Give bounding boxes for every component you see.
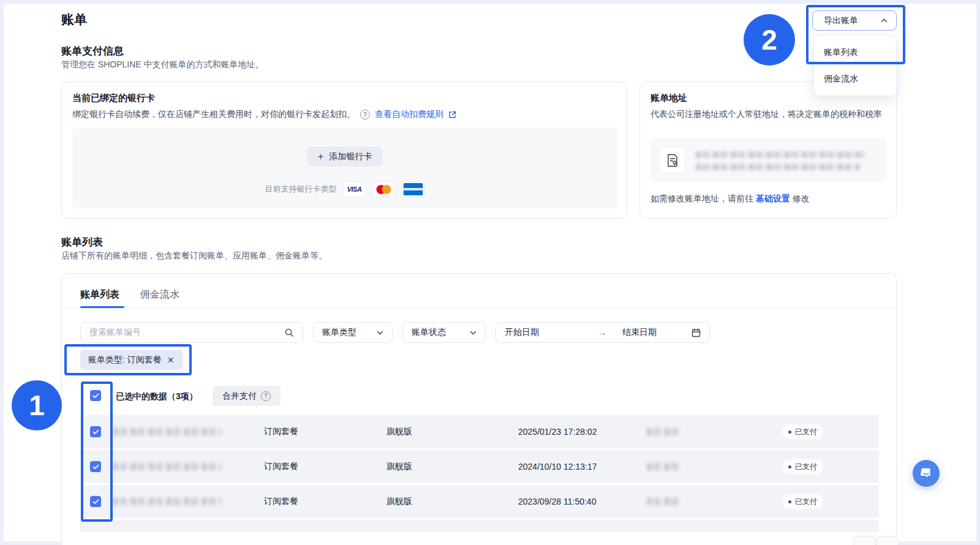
bill-amount-redacted (647, 428, 680, 436)
external-link-icon (448, 111, 456, 119)
annotation-circle-step2: 2 (744, 14, 795, 66)
table-row[interactable]: 订阅套餐 旗舰版 2025/01/23 17:28:02 已支付 (80, 415, 879, 448)
bill-plan-cell: 旗舰版 (386, 496, 412, 507)
start-date-field[interactable]: 开始日期 (505, 327, 539, 338)
tab-commission-flow[interactable]: 佣金流水 (140, 288, 179, 301)
status-badge: 已支付 (782, 424, 823, 439)
bank-card-panel: 当前已绑定的银行卡 绑定银行卡自动续费，仅在店铺产生相关费用时，对你的银行卡发起… (61, 81, 627, 219)
add-bank-card-button[interactable]: + 添加银行卡 (307, 146, 383, 167)
chevron-down-icon (377, 331, 383, 335)
billing-address-box (650, 138, 887, 182)
table-row[interactable]: 订阅套餐 旗舰版 2023/09/28 11:50:40 已支付 (80, 485, 879, 518)
auto-deduction-rules-link[interactable]: 查看自动扣费规则 (375, 109, 443, 120)
row-checkbox[interactable] (90, 461, 101, 472)
payment-section-title: 账单支付信息 (61, 44, 124, 58)
search-input[interactable]: 搜索账单编号 (80, 322, 303, 343)
status-dot (788, 500, 791, 503)
amex-card-icon (402, 181, 425, 197)
help-icon: ? (261, 391, 271, 401)
chat-support-button[interactable] (913, 460, 940, 487)
annotation-circle-step1: 1 (12, 380, 62, 430)
bank-card-desc: 绑定银行卡自动续费，仅在店铺产生相关费用时，对你的银行卡发起划扣。 (72, 109, 355, 120)
export-menu-item-bill-list[interactable]: 账单列表 (814, 39, 896, 66)
bill-amount-redacted (647, 498, 680, 506)
chip-close-icon[interactable]: ✕ (167, 355, 175, 365)
pagination-prev-button[interactable] (853, 536, 876, 545)
status-dot (788, 465, 791, 468)
bill-type-cell: 订阅套餐 (264, 461, 298, 472)
status-label: 已支付 (795, 462, 817, 472)
basic-settings-link[interactable]: 基础设置 (756, 194, 790, 203)
date-range-picker[interactable]: 开始日期 → 结束日期 (496, 322, 710, 343)
bill-list-card: 账单列表 佣金流水 搜索账单编号 账单类型 账单状态 开始日期 → 结束日期 (61, 273, 897, 545)
bill-id-redacted (113, 498, 221, 506)
status-label: 已支付 (795, 427, 817, 437)
chat-bubble-icon (919, 467, 933, 480)
bill-type-cell: 订阅套餐 (264, 426, 298, 437)
tabs-divider (62, 308, 896, 309)
row-checkbox[interactable] (90, 426, 101, 437)
address-note-suffix: 修改 (790, 194, 810, 203)
address-note-prefix: 如需修改账单地址，请前往 (650, 194, 756, 203)
calendar-icon (692, 328, 701, 337)
date-range-arrow-icon: → (598, 328, 606, 337)
pagination-next-button[interactable] (876, 536, 899, 545)
supported-cards-label: 目前支持银行卡类型 (265, 184, 337, 195)
mastercard-icon (372, 181, 396, 197)
export-dropdown-menu: 账单列表 佣金流水 (813, 35, 897, 96)
address-line-1-redacted (696, 151, 865, 158)
visa-card-icon: VISA (343, 181, 366, 197)
status-label: 已支付 (795, 497, 817, 507)
bill-time-cell: 2024/10/10 12:13:17 (518, 462, 597, 472)
end-date-field[interactable]: 结束日期 (622, 327, 657, 338)
bill-status-filter[interactable]: 账单状态 (402, 322, 486, 343)
address-document-icon (660, 148, 685, 173)
billing-address-panel: 账单地址 代表公司注册地址或个人常驻地址，将决定账单的税种和税率 如需修改账单地… (639, 81, 897, 219)
bill-plan-cell: 旗舰版 (386, 461, 412, 472)
active-filter-chip[interactable]: 账单类型: 订阅套餐 ✕ (80, 350, 183, 370)
status-badge: 已支付 (782, 459, 823, 474)
table-row[interactable]: 订阅套餐 旗舰版 2024/10/10 12:13:17 已支付 (80, 450, 879, 483)
search-placeholder: 搜索账单编号 (89, 327, 141, 338)
address-line-2-redacted (696, 164, 860, 170)
chevron-up-icon (881, 18, 888, 23)
plus-icon: + (318, 151, 323, 162)
merge-pay-button[interactable]: 合并支付 ? (213, 386, 281, 406)
selection-count-label: 已选中的数据（3项） (116, 391, 198, 402)
billing-address-desc: 代表公司注册地址或个人常驻地址，将决定账单的税种和税率 (650, 108, 888, 120)
tab-bill-list[interactable]: 账单列表 (80, 288, 119, 301)
select-all-checkbox[interactable] (90, 390, 101, 401)
bill-id-redacted (113, 463, 221, 471)
table-row-partial (80, 520, 879, 532)
bank-card-title: 当前已绑定的银行卡 (72, 92, 155, 104)
bill-status-filter-label: 账单状态 (412, 327, 446, 338)
help-icon[interactable]: ? (360, 110, 370, 119)
export-bills-label: 导出账单 (824, 15, 858, 26)
bill-id-redacted (113, 428, 221, 436)
list-section-desc: 店铺下所有的账单明细，包含套餐订阅账单、应用账单、佣金账单等。 (61, 250, 327, 261)
add-bank-card-label: 添加银行卡 (329, 151, 372, 162)
bill-type-filter[interactable]: 账单类型 (313, 322, 393, 343)
active-filter-chip-label: 账单类型: 订阅套餐 (88, 355, 162, 366)
bill-time-cell: 2023/09/28 11:50:40 (518, 497, 596, 506)
search-icon (284, 328, 294, 337)
status-dot (788, 430, 791, 434)
bill-plan-cell: 旗舰版 (386, 426, 412, 437)
bill-type-filter-label: 账单类型 (322, 327, 356, 338)
list-section-title: 账单列表 (61, 235, 103, 249)
bill-type-cell: 订阅套餐 (264, 496, 298, 507)
bank-card-inner-panel: + 添加银行卡 目前支持银行卡类型 VISA (72, 127, 617, 209)
export-bills-button[interactable]: 导出账单 (812, 10, 897, 31)
merge-pay-label: 合并支付 (222, 391, 257, 402)
billing-page: 账单 导出账单 账单列表 佣金流水 2 账单支付信息 管理您在 SHOPLINE… (0, 0, 980, 545)
chevron-down-icon (470, 331, 477, 335)
payment-section-desc: 管理您在 SHOPLINE 中支付账单的方式和账单地址。 (61, 59, 264, 70)
billing-address-title: 账单地址 (650, 92, 687, 104)
status-badge: 已支付 (782, 494, 823, 509)
page-title: 账单 (61, 11, 87, 28)
row-checkbox[interactable] (90, 496, 101, 507)
bill-amount-redacted (647, 463, 680, 471)
export-menu-item-commission-flow[interactable]: 佣金流水 (814, 66, 896, 92)
bill-time-cell: 2025/01/23 17:28:02 (518, 427, 597, 437)
